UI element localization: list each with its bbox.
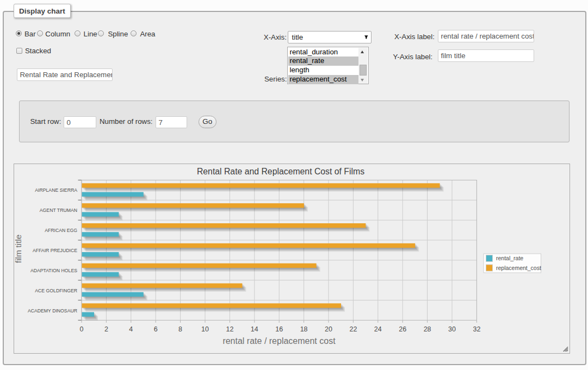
svg-text:26: 26	[399, 325, 406, 333]
svg-text:4: 4	[129, 325, 133, 333]
svg-text:30: 30	[448, 325, 456, 333]
svg-text:ADAPTATION HOLES: ADAPTATION HOLES	[30, 268, 77, 273]
svg-text:Rental Rate and Replacement Co: Rental Rate and Replacement Cost of Film…	[197, 167, 364, 176]
svg-text:12: 12	[226, 325, 233, 333]
svg-text:28: 28	[424, 325, 431, 333]
svg-text:0: 0	[80, 325, 84, 333]
svg-text:rental rate / replacement cost: rental rate / replacement cost	[222, 336, 336, 346]
svg-text:22: 22	[349, 325, 357, 333]
svg-text:replacement_cost: replacement_cost	[496, 265, 541, 271]
svg-text:24: 24	[374, 325, 382, 333]
svg-text:6: 6	[154, 325, 158, 333]
svg-text:16: 16	[275, 325, 283, 333]
svg-text:8: 8	[178, 325, 182, 333]
svg-text:20: 20	[325, 325, 332, 333]
svg-text:AFRICAN EGG: AFRICAN EGG	[45, 228, 77, 233]
svg-text:10: 10	[201, 325, 209, 333]
svg-text:AGENT TRUMAN: AGENT TRUMAN	[40, 208, 77, 213]
svg-text:2: 2	[104, 325, 108, 333]
svg-text:AFFAIR PREJUDICE: AFFAIR PREJUDICE	[33, 248, 77, 253]
svg-text:AIRPLANE SIERRA: AIRPLANE SIERRA	[35, 187, 77, 193]
svg-text:film title: film title	[14, 235, 23, 264]
svg-text:32: 32	[473, 325, 480, 333]
svg-text:rental_rate: rental_rate	[496, 255, 523, 261]
svg-text:ACE GOLDFINGER: ACE GOLDFINGER	[35, 288, 77, 293]
svg-text:18: 18	[300, 325, 308, 333]
svg-text:ACADEMY DINOSAUR: ACADEMY DINOSAUR	[28, 308, 77, 313]
svg-text:14: 14	[251, 325, 258, 333]
